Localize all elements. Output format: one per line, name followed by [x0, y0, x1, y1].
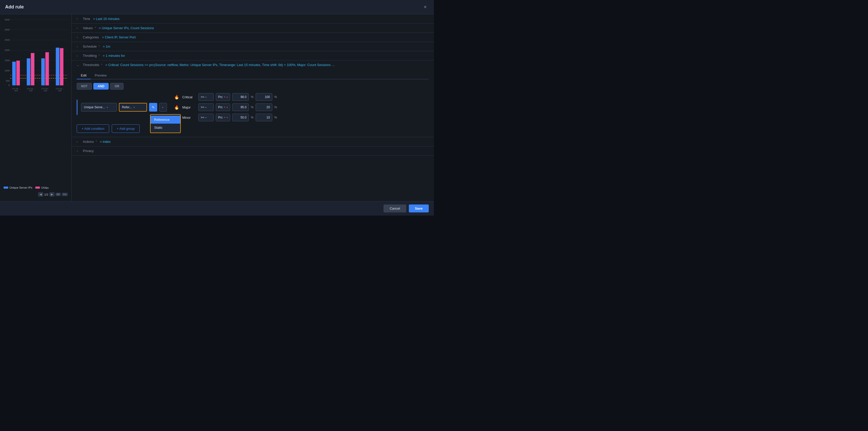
- thresholds-header[interactable]: ⌄ Thresholds * = Critical: Count Session…: [71, 60, 434, 69]
- values-value: = Unique Server IPs, Count Sessions: [99, 26, 154, 30]
- action-buttons: + Add condition + Add group: [77, 124, 429, 133]
- critical-value1-input[interactable]: [232, 93, 249, 101]
- chart-legend: Unique Server IPs Uniqu ◀ 1/2 ▶ All Inv: [3, 184, 69, 199]
- schedule-chevron: ›: [77, 45, 81, 48]
- tabs-row: Edit Preview: [77, 72, 429, 79]
- major-value1-input[interactable]: [232, 104, 249, 111]
- schedule-label: Schedule: [83, 45, 97, 48]
- legend-color-pink: [35, 186, 40, 189]
- minor-value1-input[interactable]: [232, 114, 249, 121]
- svg-rect-20: [31, 53, 34, 85]
- svg-text:443: 443: [29, 90, 33, 92]
- critical-label: Critical: [182, 95, 196, 99]
- critical-op-label: >=: [201, 95, 204, 99]
- schedule-required: *: [99, 45, 100, 48]
- major-value2-input[interactable]: [256, 104, 272, 111]
- metric-select[interactable]: Unique Serve... ▾: [81, 103, 117, 112]
- actions-required: *: [96, 140, 97, 143]
- svg-rect-23: [56, 48, 59, 85]
- prev-page-button[interactable]: ◀: [38, 192, 43, 197]
- modal-footer: Cancel Save: [0, 201, 434, 216]
- svg-text:172.16....: 172.16....: [27, 88, 35, 90]
- privacy-row[interactable]: › Privacy: [71, 146, 434, 155]
- chart-area: 3500 3000 2500 2000 1500 1000 500 0: [3, 17, 69, 184]
- throttling-label: Throttling: [83, 54, 97, 58]
- major-prc-label: Prc: [218, 106, 223, 109]
- inv-badge[interactable]: Inv: [62, 193, 68, 196]
- time-row[interactable]: › Time = Last 15 minutes: [71, 14, 434, 24]
- privacy-chevron: ›: [77, 149, 81, 153]
- minor-op-select[interactable]: >= ▾: [198, 114, 214, 121]
- svg-text:3500: 3500: [5, 19, 10, 21]
- tab-edit[interactable]: Edit: [77, 72, 91, 79]
- minor-prc-label: Prc: [218, 116, 223, 119]
- type-select[interactable]: Refer... ▾ Reference Static: [119, 103, 147, 112]
- dropdown-static-item[interactable]: Static: [151, 124, 180, 132]
- critical-op-select[interactable]: >= ▾: [198, 93, 214, 101]
- categories-row[interactable]: › Categories = Client IP, Server Port: [71, 33, 434, 42]
- svg-rect-24: [60, 48, 63, 85]
- minor-unit2: %: [274, 116, 277, 119]
- not-button[interactable]: NOT: [77, 83, 92, 90]
- major-prc-select[interactable]: Prc × ▾: [216, 104, 230, 111]
- minor-x-btn[interactable]: ×: [224, 116, 225, 119]
- minor-value2-input[interactable]: [256, 114, 272, 121]
- svg-text:1500: 1500: [5, 59, 10, 62]
- major-unit1: %: [251, 106, 254, 109]
- critical-value2-input[interactable]: [256, 93, 272, 101]
- major-label: Major: [182, 106, 196, 109]
- critical-prc-select[interactable]: Prc × ▾: [216, 93, 230, 101]
- legend-controls: ◀ 1/2 ▶ All Inv: [38, 192, 68, 197]
- legend-label-2: Uniqu: [41, 186, 49, 189]
- critical-prc-label: Prc: [218, 95, 223, 99]
- extra-select[interactable]: ▾: [159, 103, 167, 112]
- minor-unit1: %: [251, 116, 254, 119]
- thresholds-required: *: [101, 63, 102, 66]
- actions-chevron: ›: [77, 140, 81, 144]
- major-x-btn[interactable]: ×: [224, 106, 225, 109]
- thresholds-label: Thresholds: [83, 63, 99, 67]
- add-group-button[interactable]: + Add group: [112, 124, 140, 133]
- thresholds-section: ⌄ Thresholds * = Critical: Count Session…: [71, 60, 434, 137]
- svg-text:443: 443: [14, 90, 18, 92]
- svg-text:3000: 3000: [5, 28, 10, 31]
- values-chevron: ›: [77, 26, 81, 30]
- tab-preview[interactable]: Preview: [91, 72, 111, 79]
- all-badge[interactable]: All: [56, 193, 61, 196]
- critical-x-btn[interactable]: ×: [224, 95, 225, 99]
- dropdown-reference-item[interactable]: Reference: [151, 116, 180, 124]
- time-chevron: ›: [77, 17, 81, 21]
- minor-prc-select[interactable]: Prc × ▾: [216, 114, 230, 121]
- throttling-chevron: ›: [77, 54, 81, 58]
- add-condition-button[interactable]: + Add condition: [77, 124, 109, 133]
- schedule-row[interactable]: › Schedule * = 1m: [71, 42, 434, 51]
- type-select-label: Refer...: [122, 106, 132, 109]
- condition-row: Unique Serve... ▾ Refer... ▾ Reference S…: [77, 93, 429, 121]
- throttling-row[interactable]: › Throttling * = 1 minutes for: [71, 51, 434, 60]
- major-op-select[interactable]: >= ▾: [198, 104, 214, 111]
- next-page-button[interactable]: ▶: [49, 192, 55, 197]
- legend-unique-server-ips: Unique Server IPs: [4, 186, 32, 189]
- cancel-button[interactable]: Cancel: [383, 204, 406, 212]
- thresholds-body: Edit Preview NOT AND OR: [71, 69, 434, 137]
- svg-text:2500: 2500: [5, 39, 10, 41]
- edit-icon-button[interactable]: ✎: [149, 103, 157, 112]
- legend-color-blue: [4, 186, 8, 189]
- categories-label: Categories: [83, 35, 99, 39]
- actions-row[interactable]: › Actions * = index: [71, 137, 434, 146]
- values-required: *: [95, 27, 96, 29]
- time-label: Time: [83, 17, 90, 21]
- chart-panel: 3500 3000 2500 2000 1500 1000 500 0: [0, 14, 71, 201]
- privacy-label: Privacy: [83, 149, 94, 153]
- metric-select-label: Unique Serve...: [84, 106, 105, 109]
- svg-text:172.16...: 172.16...: [41, 88, 49, 90]
- or-button[interactable]: OR: [110, 83, 123, 90]
- major-unit2: %: [274, 106, 277, 109]
- close-button[interactable]: ×: [422, 3, 429, 11]
- svg-text:500: 500: [6, 80, 10, 82]
- save-button[interactable]: Save: [409, 204, 429, 212]
- and-button[interactable]: AND: [93, 83, 108, 90]
- legend-uniqu: Uniqu: [35, 186, 49, 189]
- categories-chevron: ›: [77, 35, 81, 39]
- values-row[interactable]: › Values * = Unique Server IPs, Count Se…: [71, 24, 434, 33]
